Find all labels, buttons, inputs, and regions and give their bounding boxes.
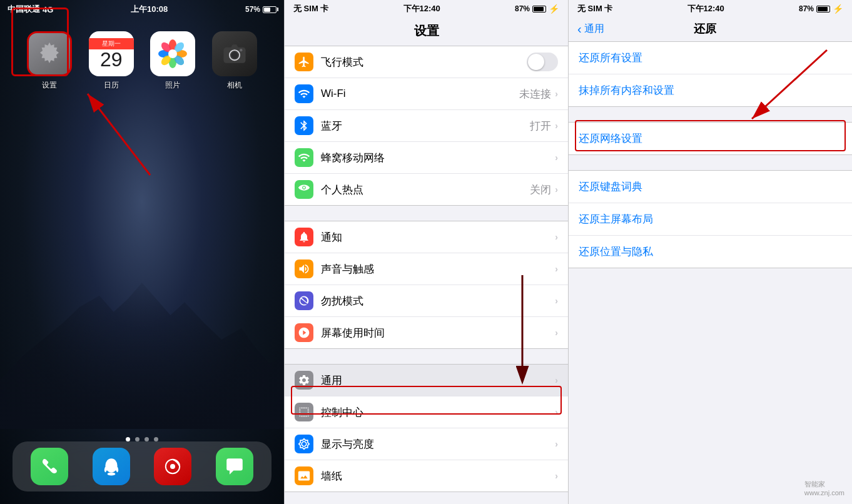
home-app-grid: 设置 星期一 29 日历 [0,19,284,91]
reset-charging-icon: ⚡ [833,4,843,14]
settings-row-wifi[interactable]: Wi-Fi 未连接 › [285,78,568,110]
settings-nav-title: 设置 [285,18,568,46]
charging-icon: ⚡ [549,4,559,14]
airplane-icon [295,53,313,71]
dnd-icon [295,291,313,310]
settings-time: 下午12:40 [403,3,440,14]
reset-nav-bar: ‹ 通用 还原 [569,18,852,41]
sounds-chevron: › [555,264,558,274]
screentime-label: 屏幕使用时间 [321,326,555,340]
wifi-chevron: › [555,89,558,99]
settings-row-notifications[interactable]: 通知 › [285,221,568,253]
reset-group-network: 还原网络设置 [569,122,852,155]
reset-all-settings[interactable]: 还原所有设置 [569,42,852,74]
settings-row-bluetooth[interactable]: 蓝牙 打开 › [285,110,568,142]
dock-messages[interactable] [216,448,253,485]
back-label: 通用 [584,23,604,36]
settings-app-label: 设置 [42,80,57,91]
settings-row-general[interactable]: 通用 › [285,365,568,396]
reset-status-right: 87% ⚡ [799,4,843,14]
dot-3 [145,437,149,441]
settings-row-display[interactable]: 显示与亮度 › [285,428,568,460]
back-chevron-icon: ‹ [577,22,582,36]
battery-percent: 57% [245,5,260,14]
settings-row-controlcenter[interactable]: 控制中心 › [285,396,568,428]
dock [13,441,271,491]
bluetooth-value: 打开 [530,119,551,133]
settings-app-icon[interactable] [27,31,72,76]
camera-app[interactable]: 相机 [212,31,257,91]
settings-row-sounds[interactable]: 声音与触感 › [285,253,568,285]
photos-app-icon[interactable] [150,31,195,76]
settings-battery-pct: 87% [515,4,530,13]
notifications-label: 通知 [321,230,555,244]
battery-icon [263,6,276,13]
notifications-icon [295,228,313,246]
settings-row-hotspot[interactable]: 个人热点 关闭 › [285,174,568,205]
calendar-app-icon[interactable]: 星期一 29 [89,31,134,76]
hotspot-label: 个人热点 [321,183,530,197]
reset-battery-pct: 87% [799,4,814,13]
home-screen: 中国联通 4G 上午10:08 57% 设置 星期一 2 [0,0,284,504]
svg-point-14 [240,49,242,51]
erase-all-content[interactable]: 抹掉所有内容和设置 [569,74,852,106]
dock-netease[interactable] [154,448,191,485]
settings-status-right: 87% ⚡ [515,4,559,14]
reset-battery-icon [816,6,830,13]
dock-messages-icon[interactable] [216,448,253,485]
home-status-right: 57% [245,5,276,14]
cellular-label: 蜂窝移动网络 [321,151,555,165]
general-chevron: › [555,375,558,385]
photos-app[interactable]: 照片 [150,31,195,91]
calendar-app[interactable]: 星期一 29 日历 [89,31,134,91]
screentime-chevron: › [555,328,558,338]
airplane-toggle[interactable] [527,53,558,71]
display-label: 显示与亮度 [321,437,555,451]
hotspot-icon [295,180,313,199]
settings-row-airplane[interactable]: 飞行模式 [285,46,568,78]
dock-qq-icon[interactable] [93,448,130,485]
back-button[interactable]: ‹ 通用 [577,22,604,36]
general-label: 通用 [321,373,555,388]
dock-netease-icon[interactable] [154,448,191,485]
hotspot-chevron: › [555,184,558,194]
reset-keyboard-dict[interactable]: 还原键盘词典 [569,171,852,203]
svg-point-18 [107,473,115,476]
reset-home-layout[interactable]: 还原主屏幕布局 [569,203,852,236]
display-icon [295,435,313,453]
settings-app[interactable]: 设置 [27,31,72,91]
settings-row-cellular[interactable]: 蜂窝移动网络 › [285,142,568,174]
reset-network-settings[interactable]: 还原网络设置 [569,123,852,154]
dock-qq[interactable] [93,448,130,485]
controlcenter-chevron: › [555,407,558,417]
watermark-line2: www.znj.com [804,489,844,496]
notifications-chevron: › [555,232,558,242]
reset-location-privacy[interactable]: 还原位置与隐私 [569,236,852,268]
svg-point-10 [168,49,177,58]
settings-row-dnd[interactable]: 勿扰模式 › [285,285,568,317]
reset-group-keyboard: 还原键盘词典 还原主屏幕布局 还原位置与隐私 [569,170,852,268]
dock-phone-icon[interactable] [31,448,68,485]
carrier-name: 中国联通 [8,4,40,15]
settings-group-general: 通用 › 控制中心 › 显示与亮度 › 墙纸 › [285,364,568,492]
wallpaper-label: 墙纸 [321,469,555,483]
dot-1 [126,437,130,441]
controlcenter-icon [295,403,313,421]
camera-app-label: 相机 [227,80,242,91]
dock-phone[interactable] [31,448,68,485]
carrier-info: 中国联通 4G [8,4,53,15]
display-chevron: › [555,439,558,449]
sounds-label: 声音与触感 [321,262,555,276]
wifi-label: Wi-Fi [321,88,519,100]
reset-time: 下午12:40 [687,3,724,14]
settings-screen: 无 SIM 卡 下午12:40 87% ⚡ 设置 飞行模式 Wi-Fi 未连接 [284,0,568,504]
camera-app-icon[interactable] [212,31,257,76]
settings-row-wallpaper[interactable]: 墙纸 › [285,460,568,491]
svg-point-13 [231,52,238,58]
bluetooth-icon [295,116,313,135]
settings-row-screentime[interactable]: 屏幕使用时间 › [285,317,568,348]
reset-title: 还原 [604,21,806,36]
reset-status-bar: 无 SIM 卡 下午12:40 87% ⚡ [569,0,852,18]
airplane-label: 飞行模式 [321,55,527,69]
network-type: 4G [43,5,53,14]
